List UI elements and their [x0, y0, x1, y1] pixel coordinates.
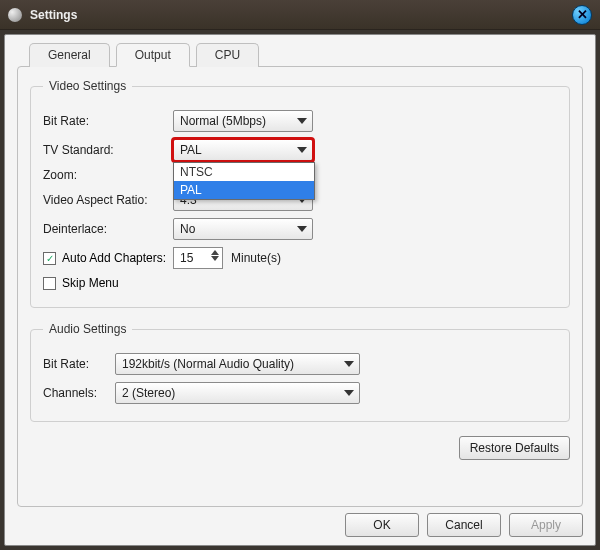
select-audio-bitrate[interactable]: 192kbit/s (Normal Audio Quality)	[115, 353, 360, 375]
chevron-down-icon[interactable]	[211, 256, 219, 261]
ok-button[interactable]: OK	[345, 513, 419, 537]
row-audio-bitrate: Bit Rate: 192kbit/s (Normal Audio Qualit…	[43, 353, 557, 375]
select-bitrate[interactable]: Normal (5Mbps)	[173, 110, 313, 132]
restore-defaults-button[interactable]: Restore Defaults	[459, 436, 570, 460]
label-autoadd: Auto Add Chapters:	[62, 251, 173, 265]
spinner-arrows	[211, 250, 219, 261]
audio-settings-group: Audio Settings Bit Rate: 192kbit/s (Norm…	[30, 322, 570, 422]
label-zoom: Zoom:	[43, 168, 173, 182]
audio-settings-legend: Audio Settings	[43, 322, 132, 336]
tab-output[interactable]: Output	[116, 43, 190, 67]
chevron-down-icon	[297, 226, 307, 232]
window-title: Settings	[30, 8, 572, 22]
select-deinterlace-value: No	[180, 222, 195, 236]
option-ntsc[interactable]: NTSC	[174, 163, 314, 181]
dropdown-tvstandard: NTSC PAL	[173, 162, 315, 200]
select-bitrate-value: Normal (5Mbps)	[180, 114, 266, 128]
dialog-body: General Output CPU Video Settings Bit Ra…	[4, 34, 596, 546]
row-skipmenu: Skip Menu	[43, 276, 557, 290]
video-settings-legend: Video Settings	[43, 79, 132, 93]
tab-bar: General Output CPU	[17, 43, 583, 67]
select-deinterlace[interactable]: No	[173, 218, 313, 240]
checkbox-autoadd[interactable]: ✓	[43, 252, 56, 265]
checkbox-skipmenu[interactable]	[43, 277, 56, 290]
select-channels[interactable]: 2 (Stereo)	[115, 382, 360, 404]
settings-window: Settings ✕ General Output CPU Video Sett…	[0, 0, 600, 550]
row-tvstandard: TV Standard: PAL NTSC PAL	[43, 139, 557, 161]
select-tvstandard[interactable]: PAL	[173, 139, 313, 161]
row-channels: Channels: 2 (Stereo)	[43, 382, 557, 404]
chevron-down-icon	[344, 361, 354, 367]
app-icon	[8, 8, 22, 22]
dialog-button-bar: OK Cancel Apply	[17, 513, 583, 537]
tab-general[interactable]: General	[29, 43, 110, 67]
label-audio-bitrate: Bit Rate:	[43, 357, 115, 371]
label-bitrate: Bit Rate:	[43, 114, 173, 128]
restore-row: Restore Defaults	[30, 436, 570, 460]
option-pal[interactable]: PAL	[174, 181, 314, 199]
label-skipmenu: Skip Menu	[62, 276, 119, 290]
cancel-button[interactable]: Cancel	[427, 513, 501, 537]
select-tvstandard-value: PAL	[180, 143, 202, 157]
select-channels-value: 2 (Stereo)	[122, 386, 175, 400]
apply-button[interactable]: Apply	[509, 513, 583, 537]
chevron-up-icon[interactable]	[211, 250, 219, 255]
label-tvstandard: TV Standard:	[43, 143, 173, 157]
label-deinterlace: Deinterlace:	[43, 222, 173, 236]
select-audio-bitrate-value: 192kbit/s (Normal Audio Quality)	[122, 357, 294, 371]
chevron-down-icon	[297, 147, 307, 153]
titlebar: Settings ✕	[0, 0, 600, 30]
row-deinterlace: Deinterlace: No	[43, 218, 557, 240]
row-autoadd: ✓ Auto Add Chapters: 15 Minute(s)	[43, 247, 557, 269]
spinner-autoadd[interactable]: 15	[173, 247, 223, 269]
row-bitrate: Bit Rate: Normal (5Mbps)	[43, 110, 557, 132]
spinner-autoadd-value: 15	[180, 251, 193, 265]
video-settings-group: Video Settings Bit Rate: Normal (5Mbps) …	[30, 79, 570, 308]
close-icon: ✕	[577, 7, 588, 22]
label-channels: Channels:	[43, 386, 115, 400]
chevron-down-icon	[297, 118, 307, 124]
output-panel: Video Settings Bit Rate: Normal (5Mbps) …	[17, 66, 583, 507]
tab-cpu[interactable]: CPU	[196, 43, 259, 67]
label-autoadd-unit: Minute(s)	[231, 251, 281, 265]
chevron-down-icon	[344, 390, 354, 396]
close-button[interactable]: ✕	[572, 5, 592, 25]
label-aspect: Video Aspect Ratio:	[43, 193, 173, 207]
